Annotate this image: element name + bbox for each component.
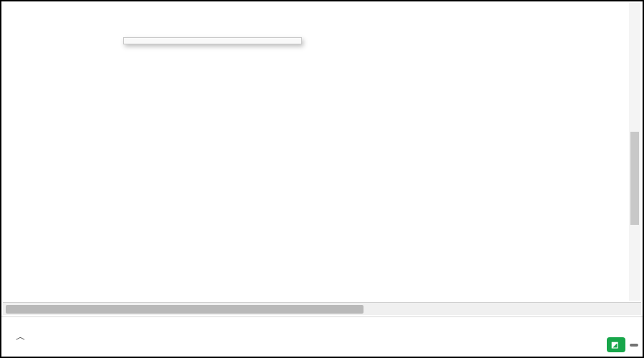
section-header-background — [1, 1, 643, 30]
context-menu[interactable] — [123, 37, 302, 44]
watermark-badge: ◩ — [607, 337, 625, 352]
task-manager-window: ︿ ◩ — [0, 0, 644, 358]
vertical-scrollbar[interactable] — [629, 3, 640, 301]
horizontal-scrollbar[interactable] — [3, 302, 641, 315]
chevron-up-icon[interactable]: ︿ — [16, 331, 26, 344]
shield-icon: ◩ — [611, 340, 618, 349]
vertical-scroll-thumb[interactable] — [630, 132, 639, 225]
watermark: ◩ — [607, 337, 638, 352]
horizontal-scroll-thumb[interactable] — [6, 305, 364, 314]
footer-bar: ︿ — [1, 316, 643, 357]
watermark-url — [630, 344, 638, 347]
